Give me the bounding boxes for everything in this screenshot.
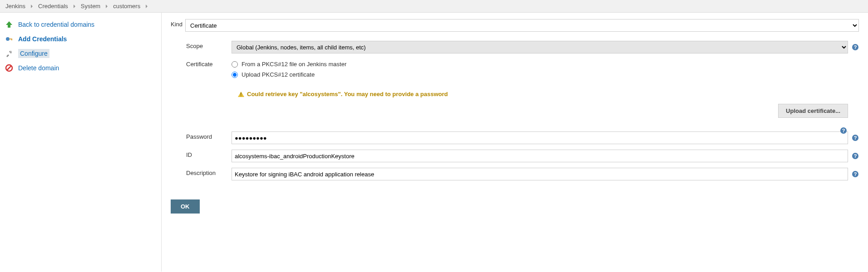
arrow-up-icon xyxy=(5,20,14,29)
svg-rect-3 xyxy=(11,39,12,40)
password-label: Password xyxy=(186,131,232,140)
help-icon[interactable]: ? xyxy=(852,152,859,160)
svg-line-6 xyxy=(7,66,11,70)
scope-label: Scope xyxy=(186,41,232,49)
svg-text:?: ? xyxy=(854,153,857,159)
description-input[interactable] xyxy=(232,168,848,180)
svg-marker-0 xyxy=(6,21,12,28)
cert-option-file[interactable]: From a PKCS#12 file on Jenkins master xyxy=(232,61,859,68)
chevron-right-icon xyxy=(74,5,75,8)
cert-option-upload[interactable]: Upload PKCS#12 certificate xyxy=(232,71,859,78)
sidebar-item-back[interactable]: Back to credential domains xyxy=(0,17,161,32)
kind-select[interactable]: Certificate xyxy=(185,19,859,32)
cert-radio-upload-label: Upload PKCS#12 certificate xyxy=(242,71,315,78)
breadcrumb-jenkins[interactable]: Jenkins xyxy=(5,3,25,10)
upload-certificate-button[interactable]: Upload certificate... xyxy=(778,104,848,118)
help-icon[interactable]: ? xyxy=(840,127,847,134)
sidebar-item-configure[interactable]: Configure xyxy=(0,46,161,61)
sidebar: Back to credential domains Add Credentia… xyxy=(0,13,162,272)
chevron-right-icon xyxy=(146,5,148,8)
id-label: ID xyxy=(186,150,232,158)
description-label: Description xyxy=(186,168,232,176)
breadcrumb-customers[interactable]: customers xyxy=(113,3,140,10)
svg-text:?: ? xyxy=(842,128,845,133)
cert-radio-file-label: From a PKCS#12 file on Jenkins master xyxy=(242,61,346,68)
svg-point-1 xyxy=(6,37,10,41)
password-input[interactable] xyxy=(232,131,848,144)
breadcrumb-system[interactable]: System xyxy=(81,3,100,10)
svg-text:?: ? xyxy=(854,135,857,141)
warning-message: Could retrieve key "alcosystems". You ma… xyxy=(238,91,859,97)
cert-radio-file[interactable] xyxy=(232,61,238,68)
breadcrumb-credentials[interactable]: Credentials xyxy=(38,3,68,10)
help-icon[interactable]: ? xyxy=(852,134,859,141)
help-icon[interactable]: ? xyxy=(852,44,859,51)
svg-text:?: ? xyxy=(854,171,857,177)
ok-button[interactable]: OK xyxy=(171,199,200,214)
main-form: Kind Certificate Scope Global (Jenkins, … xyxy=(162,13,868,272)
chevron-right-icon xyxy=(106,5,108,8)
svg-text:?: ? xyxy=(854,44,857,50)
svg-point-4 xyxy=(10,51,12,53)
kind-label: Kind xyxy=(171,19,185,28)
id-input[interactable] xyxy=(232,150,848,162)
scope-select[interactable]: Global (Jenkins, nodes, items, all child… xyxy=(232,41,848,53)
sidebar-item-delete-domain[interactable]: Delete domain xyxy=(0,61,161,75)
tools-icon xyxy=(5,49,14,58)
key-icon xyxy=(5,34,14,44)
cert-radio-upload[interactable] xyxy=(232,72,238,78)
help-icon[interactable]: ? xyxy=(852,170,859,178)
chevron-right-icon xyxy=(31,5,33,8)
delete-icon xyxy=(5,63,14,73)
certificate-label: Certificate xyxy=(186,59,232,68)
sidebar-item-add-credentials[interactable]: Add Credentials xyxy=(0,32,161,46)
warning-icon xyxy=(238,92,244,97)
breadcrumb: Jenkins Credentials System customers xyxy=(0,0,868,13)
